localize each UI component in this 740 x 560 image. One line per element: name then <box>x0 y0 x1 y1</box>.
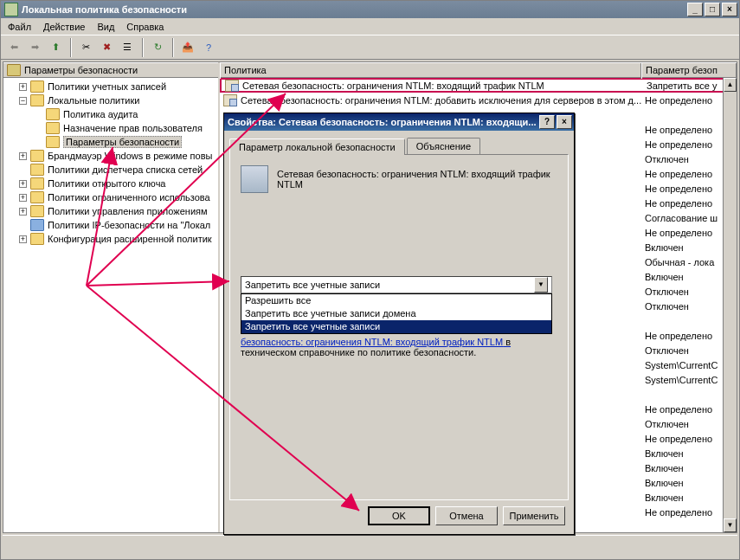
folder-icon <box>30 177 44 190</box>
tree-root-label: Параметры безопасности <box>24 65 138 75</box>
tree-restricted[interactable]: +Политики ограниченного использова <box>3 190 218 204</box>
tree-audit-policy[interactable]: Политика аудита <box>3 107 218 121</box>
policy-item-icon <box>225 80 239 92</box>
folder-icon <box>30 80 44 93</box>
tree-appctrl[interactable]: +Политики управления приложениям <box>3 204 218 218</box>
export-icon[interactable]: 📤 <box>178 38 197 57</box>
apply-button[interactable]: Применить <box>503 506 565 525</box>
folder-icon <box>46 108 60 120</box>
scroll-up-icon[interactable]: ▲ <box>724 78 737 92</box>
menu-file[interactable]: Файл <box>8 22 31 32</box>
back-button: ⬅ <box>4 38 23 57</box>
forward-button: ➡ <box>25 38 44 57</box>
policy-item-icon <box>223 94 237 106</box>
properties-icon[interactable]: ☰ <box>118 38 137 57</box>
dialog-buttons: OK Отмена Применить <box>368 506 565 525</box>
tree-firewall[interactable]: +Брандмауэр Windows в режиме повы <box>3 149 218 163</box>
tree-pubkey[interactable]: +Политики открытого ключа <box>3 177 218 190</box>
setting-dropdown[interactable]: Запретить все учетные записи ▼ Разрешить… <box>241 276 552 334</box>
menu-action[interactable]: Действие <box>43 22 85 32</box>
security-icon <box>7 64 21 76</box>
refresh-icon[interactable]: ↻ <box>148 38 167 57</box>
dropdown-list: Разрешить все Запретить все учетные запи… <box>241 293 552 334</box>
policy-name: Сетевая безопасность: ограничения NTLM: … <box>241 95 641 106</box>
dialog-titlebar: Свойства: Сетевая безопасность: ограниче… <box>224 113 574 131</box>
folder-icon <box>46 136 60 148</box>
dialog-close-button[interactable]: × <box>557 115 572 129</box>
tree-security-options[interactable]: Параметры безопасности <box>3 135 218 149</box>
cut-icon[interactable]: ✂ <box>76 38 95 57</box>
dialog-title: Свойства: Сетевая безопасность: ограниче… <box>228 117 537 127</box>
tree-netlist[interactable]: Политики диспетчера списка сетей <box>3 163 218 177</box>
folder-icon <box>30 205 44 217</box>
tree-advaudit[interactable]: +Конфигурация расширенной политик <box>3 232 218 246</box>
tab-body: Сетевая безопасность: ограничения NTLM: … <box>229 154 569 500</box>
tree-local-policies[interactable]: −Локальные политики <box>3 93 218 107</box>
dropdown-opt-deny-all[interactable]: Запретить все учетные записи <box>241 320 551 333</box>
policy-icon <box>241 165 268 193</box>
chevron-down-icon[interactable]: ▼ <box>534 277 548 293</box>
folder-icon <box>46 122 60 134</box>
menu-help[interactable]: Справка <box>126 22 164 32</box>
maximize-button[interactable]: □ <box>705 3 720 16</box>
delete-icon[interactable]: ✖ <box>97 38 116 57</box>
properties-dialog: Свойства: Сетевая безопасность: ограниче… <box>223 113 575 535</box>
window-title: Локальная политика безопасности <box>22 4 187 15</box>
folder-icon <box>30 164 44 176</box>
list-header: Политика Параметр безоп <box>220 62 737 78</box>
minimize-button[interactable]: _ <box>687 3 703 16</box>
app-icon <box>4 3 18 16</box>
tree-header: Параметры безопасности <box>3 62 218 78</box>
tree-pane: Параметры безопасности +Политики учетных… <box>3 62 220 532</box>
tab-local-security[interactable]: Параметр локальной безопасности <box>229 138 405 155</box>
scroll-down-icon[interactable]: ▼ <box>724 518 737 532</box>
folder-icon <box>30 150 44 162</box>
ok-button[interactable]: OK <box>368 506 430 525</box>
main-titlebar: Локальная политика безопасности _ □ × <box>1 1 739 18</box>
statusbar <box>3 535 737 552</box>
policy-value: Запретить все у <box>643 80 735 91</box>
close-button[interactable]: × <box>722 3 737 16</box>
toolbar: ⬅ ➡ ⬆ ✂ ✖ ☰ ↻ 📤 ? <box>1 35 739 60</box>
tree-ipsec[interactable]: Политики IP-безопасности на "Локал <box>3 218 218 232</box>
folder-icon <box>30 94 44 106</box>
help-link[interactable]: безопасность: ограничения NTLM: входящий… <box>241 337 552 347</box>
menubar: Файл Действие Вид Справка <box>1 18 739 35</box>
policy-desc: Сетевая безопасность: ограничения NTLM: … <box>277 165 557 190</box>
dropdown-selected[interactable]: Запретить все учетные записи ▼ <box>241 276 552 293</box>
dropdown-opt-deny-domain[interactable]: Запретить все учетные записи домена <box>241 307 551 320</box>
dialog-help-button[interactable]: ? <box>539 115 555 129</box>
tree-user-rights[interactable]: Назначение прав пользователя <box>3 121 218 135</box>
list-item[interactable]: Сетевая безопасность: ограничения NTLM: … <box>220 78 737 93</box>
up-button[interactable]: ⬆ <box>46 38 65 57</box>
menu-view[interactable]: Вид <box>97 22 114 32</box>
folder-icon <box>30 191 44 203</box>
dialog-tabs: Параметр локальной безопасности Объяснен… <box>229 138 569 154</box>
dropdown-opt-allow-all[interactable]: Разрешить все <box>241 294 551 307</box>
help-icon[interactable]: ? <box>199 38 218 57</box>
tree-account-policies[interactable]: +Политики учетных записей <box>3 80 218 93</box>
col-policy[interactable]: Политика <box>220 63 641 79</box>
help-text: техническом справочнике по политике безо… <box>241 347 552 357</box>
ipsec-icon <box>30 219 44 231</box>
folder-icon <box>30 233 44 245</box>
col-setting[interactable]: Параметр безоп <box>641 63 737 79</box>
tab-explanation[interactable]: Объяснение <box>407 138 480 154</box>
cancel-button[interactable]: Отмена <box>435 506 498 525</box>
list-item[interactable]: Сетевая безопасность: ограничения NTLM: … <box>220 93 737 107</box>
policy-name: Сетевая безопасность: ограничения NTLM: … <box>242 80 544 91</box>
scrollbar[interactable]: ▲ ▼ <box>723 78 737 532</box>
